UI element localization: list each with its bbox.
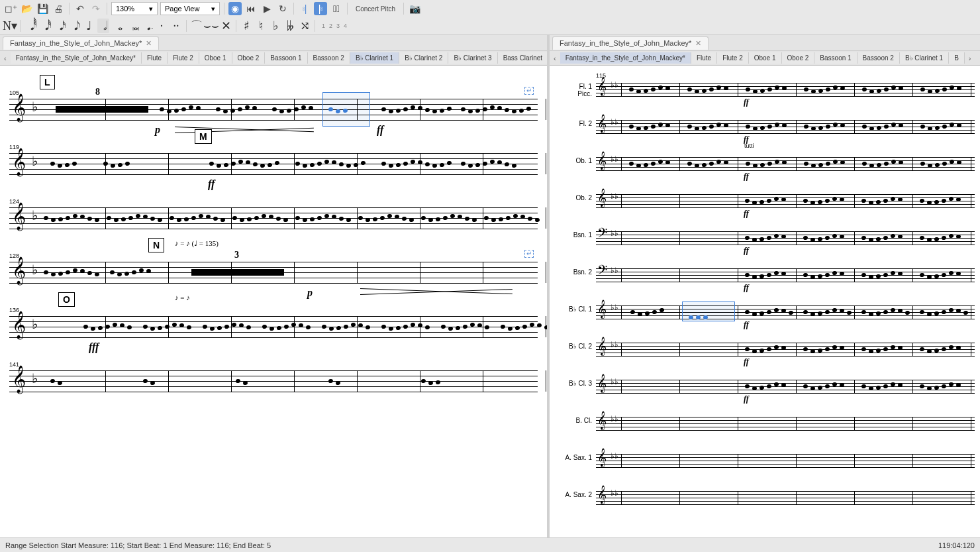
note-double[interactable]: 𝅜: [126, 19, 138, 33]
midi-toggle[interactable]: ◉: [228, 2, 242, 15]
rehearsal-mark[interactable]: L: [40, 75, 55, 89]
part-tab[interactable]: Fantasy_in_the_Style_of_John_Mackey*: [11, 52, 142, 64]
dynamic[interactable]: ff: [744, 357, 749, 367]
system-break-icon[interactable]: [524, 87, 534, 95]
part-tab[interactable]: Flute 2: [717, 52, 749, 64]
instrument-staff[interactable]: Fl. 2𝄞♭♭fftutti: [555, 116, 975, 137]
flip-button[interactable]: ⤭: [299, 19, 311, 33]
part-tab[interactable]: B♭ Clarinet 3: [448, 52, 497, 64]
rest-button[interactable]: ··: [170, 19, 182, 33]
dynamic[interactable]: ff: [744, 283, 749, 293]
staff-system[interactable]: 𝄞♭128N♪ = ♪ (♩ = 135)3p: [9, 262, 538, 283]
instrument-staff[interactable]: Ob. 1𝄞♭♭ff: [555, 153, 975, 174]
dynamic[interactable]: fff: [89, 341, 99, 353]
instrument-staff[interactable]: A. Sax. 2𝄞♭♭: [555, 487, 975, 508]
part-tab[interactable]: B: [949, 52, 965, 64]
double-flat-button[interactable]: 𝄫: [284, 19, 296, 33]
part-tab[interactable]: Oboe 2: [232, 52, 266, 64]
rehearsal-mark[interactable]: N: [148, 238, 164, 252]
dynamic[interactable]: ff: [377, 124, 383, 136]
tie-button[interactable]: ⌒: [191, 19, 203, 33]
note-64th[interactable]: 𝅘𝅥𝅱: [24, 19, 36, 33]
part-tab[interactable]: B♭ Clarinet 2: [399, 52, 448, 64]
instrument-staff[interactable]: B♭ Cl. 1𝄞♭♭ff: [555, 302, 975, 323]
repeat-end-button[interactable]: |⦂: [314, 2, 327, 15]
part-tab[interactable]: Bassoon 1: [265, 52, 307, 64]
part-tab[interactable]: Bassoon 2: [858, 52, 900, 64]
save-button[interactable]: 💾: [36, 2, 49, 15]
voice-3[interactable]: 3: [336, 23, 340, 29]
concert-pitch-toggle[interactable]: Concert Pitch: [352, 5, 399, 13]
new-button[interactable]: ◻⁺: [4, 2, 17, 15]
instrument-staff[interactable]: B♭ Cl. 2𝄞♭♭ff: [555, 339, 975, 360]
instrument-staff[interactable]: Ob. 2𝄞♭♭ff: [555, 190, 975, 211]
dynamic[interactable]: p: [155, 124, 160, 136]
part-tab[interactable]: Flute: [142, 52, 168, 64]
part-tab[interactable]: Oboe 1: [749, 52, 782, 64]
metronome-button[interactable]: ♩⃰: [330, 2, 343, 15]
instrument-staff[interactable]: Bsn. 2𝄢♭♭ff: [555, 264, 975, 286]
part-tab[interactable]: Oboe 1: [199, 52, 232, 64]
part-tab[interactable]: Fantasy_in_the_Style_of_John_Mackey*: [560, 52, 691, 64]
left-score[interactable]: 𝄞♭105L8pff𝄞♭119Mff𝄞♭124𝄞♭128N♪ = ♪ (♩ = …: [0, 66, 547, 537]
dynamic[interactable]: p: [307, 287, 313, 299]
open-button[interactable]: 📂: [20, 2, 33, 15]
camera-button[interactable]: 📷: [408, 2, 421, 15]
instrument-staff[interactable]: Bsn. 1𝄢♭♭ff: [555, 227, 975, 248]
part-nav-left[interactable]: ‹: [550, 54, 560, 62]
staff-system[interactable]: 𝄞♭119Mff: [9, 153, 538, 174]
dynamic[interactable]: ff: [744, 172, 749, 182]
left-doc-tab[interactable]: Fantasy_in_the_Style_of_John_Mackey* ✕: [3, 36, 159, 50]
rehearsal-mark[interactable]: M: [195, 129, 212, 144]
note-8th[interactable]: 𝅘𝅥𝅮: [68, 19, 80, 33]
note-input-toggle[interactable]: N▾: [4, 19, 16, 33]
close-icon[interactable]: ✕: [146, 39, 152, 48]
loop-button[interactable]: ↻: [276, 2, 289, 15]
voice-1[interactable]: 1: [322, 23, 325, 29]
right-doc-tab[interactable]: Fantasy_in_the_Style_of_John_Mackey* ✕: [552, 36, 709, 50]
right-score[interactable]: 115Fl. 1Picc.𝄞♭♭ffFl. 2𝄞♭♭fftuttiOb. 1𝄞♭…: [550, 66, 980, 537]
note-half[interactable]: 𝅗𝅥: [97, 19, 109, 33]
instrument-staff[interactable]: Fl. 1Picc.𝄞♭♭ff: [555, 79, 975, 100]
dynamic[interactable]: ff: [744, 209, 749, 219]
print-button[interactable]: 🖨: [52, 2, 65, 15]
staff-system[interactable]: 𝄞♭124: [9, 207, 538, 229]
close-icon[interactable]: ✕: [695, 39, 701, 48]
staff-system[interactable]: 𝄞♭136O♪ = ♪fff: [9, 316, 538, 337]
part-tab[interactable]: Flute 2: [168, 52, 199, 64]
part-nav-right[interactable]: ›: [965, 54, 975, 62]
staff-system[interactable]: 𝄞♭105L8pff: [9, 99, 538, 120]
note-16th[interactable]: 𝅘𝅥𝅯: [54, 19, 66, 33]
view-mode-select[interactable]: Page View▾: [160, 2, 220, 15]
instrument-staff[interactable]: B♭ Cl. 3𝄞♭♭ff: [555, 376, 975, 397]
redo-button[interactable]: ↷: [89, 2, 103, 15]
repeat-start-button[interactable]: ⦂|: [298, 2, 311, 15]
dynamic[interactable]: ff: [744, 97, 749, 107]
rewind-button[interactable]: ⏮: [244, 2, 258, 15]
note-dot[interactable]: 𝅘𝅭: [141, 19, 153, 33]
part-tab[interactable]: Oboe 2: [782, 52, 815, 64]
part-tab[interactable]: Bassoon 1: [814, 52, 857, 64]
dynamic[interactable]: ff: [744, 246, 749, 256]
slur-button[interactable]: ⌣⌣: [205, 19, 217, 33]
undo-button[interactable]: ↶: [74, 2, 87, 15]
voice-2[interactable]: 2: [329, 23, 332, 29]
marcato-button[interactable]: ✕: [220, 19, 232, 33]
flat-button[interactable]: ♭: [270, 19, 281, 33]
dynamic[interactable]: ff: [208, 178, 215, 190]
staff-system[interactable]: 𝄞♭141: [9, 370, 538, 392]
dynamic[interactable]: ff: [744, 394, 749, 404]
play-button[interactable]: ▶: [260, 2, 273, 15]
tempo-text[interactable]: ♪ = ♪ (♩ = 135): [175, 239, 219, 248]
note-32nd[interactable]: 𝅘𝅥𝅰: [39, 19, 51, 33]
note-double-dot[interactable]: ·: [156, 19, 168, 33]
instrument-staff[interactable]: A. Sax. 1𝄞♭♭: [555, 450, 975, 471]
rehearsal-mark[interactable]: O: [58, 292, 75, 307]
instrument-staff[interactable]: B. Cl.𝄞♭♭: [555, 413, 975, 434]
zoom-select[interactable]: 130%▾: [111, 2, 158, 15]
part-tab[interactable]: Bass Clarinet: [498, 52, 547, 64]
sharp-button[interactable]: ♯: [240, 19, 252, 33]
voice-4[interactable]: 4: [344, 23, 347, 29]
part-tab[interactable]: Bassoon 2: [308, 52, 350, 64]
note-whole[interactable]: 𝅝: [112, 19, 124, 33]
